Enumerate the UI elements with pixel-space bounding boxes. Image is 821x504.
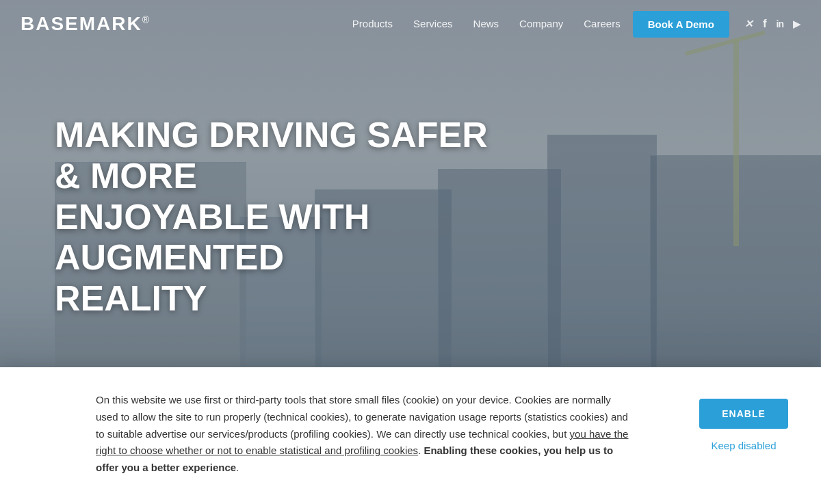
cookie-actions: ENABLE Keep disabled: [699, 392, 788, 451]
nav-links: Products Services News Company Careers: [352, 18, 621, 30]
cookie-text-content: On this website we use first or third-pa…: [96, 392, 629, 477]
nav-item-careers[interactable]: Careers: [584, 18, 620, 30]
navbar: BASEMARK® Products Services News Company…: [0, 0, 821, 48]
facebook-icon[interactable]: f: [763, 17, 767, 31]
cookie-banner: On this website we use first or third-pa…: [0, 367, 821, 504]
nav-link-news[interactable]: News: [473, 18, 499, 29]
cookie-body-end: .: [236, 462, 239, 473]
hero-headline: MAKING DRIVING SAFER & MORE ENJOYABLE WI…: [55, 115, 520, 319]
cookie-enable-button[interactable]: ENABLE: [699, 399, 788, 429]
social-icons: ✕ f in ▶: [744, 17, 800, 31]
nav-item-news[interactable]: News: [473, 18, 499, 30]
nav-item-products[interactable]: Products: [352, 18, 393, 30]
nav-link-products[interactable]: Products: [352, 18, 393, 29]
nav-link-careers[interactable]: Careers: [584, 18, 620, 29]
hero-section: BASEMARK® Products Services News Company…: [0, 0, 821, 504]
book-demo-button[interactable]: Book A Demo: [633, 11, 729, 38]
nav-item-company[interactable]: Company: [519, 18, 563, 30]
twitter-icon[interactable]: ✕: [744, 18, 753, 30]
cookie-keep-disabled-link[interactable]: Keep disabled: [711, 440, 776, 451]
nav-link-services[interactable]: Services: [413, 18, 453, 29]
cookie-body-plain: On this website we use first or third-pa…: [96, 394, 628, 440]
nav-item-services[interactable]: Services: [413, 18, 453, 30]
brand-logo[interactable]: BASEMARK®: [21, 13, 151, 35]
nav-link-company[interactable]: Company: [519, 18, 563, 29]
youtube-icon[interactable]: ▶: [793, 18, 800, 29]
hero-text-block: MAKING DRIVING SAFER & MORE ENJOYABLE WI…: [55, 115, 520, 319]
linkedin-icon[interactable]: in: [777, 18, 783, 29]
